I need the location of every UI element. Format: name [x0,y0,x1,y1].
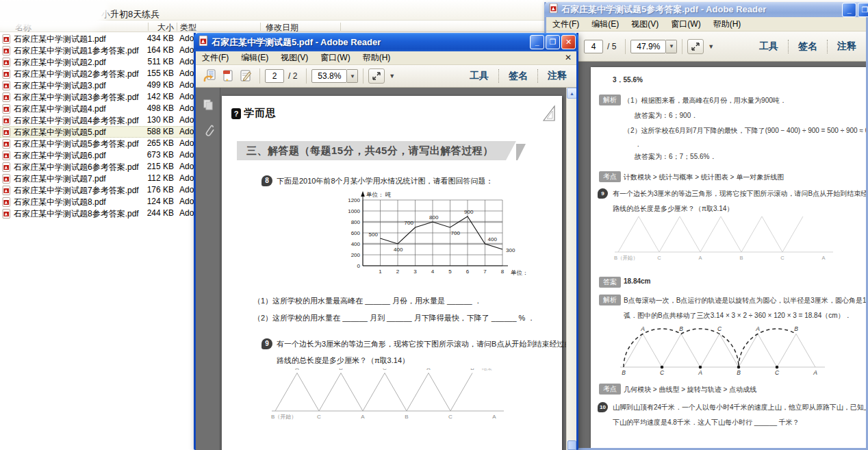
menu-item[interactable]: 文件(F) [196,52,235,64]
column-divider[interactable] [340,23,341,31]
file-row[interactable]: 石家庄某中学测试题2参考答案.pdf155 KBAdo [0,68,205,79]
file-size: 434 KB [144,34,174,43]
menu-item[interactable]: 窗口(W) [665,18,706,30]
tools-panel-button[interactable]: 工具 [460,70,498,82]
column-header-name[interactable]: 名称 [15,22,31,34]
close-button[interactable]: ✕ [561,35,576,49]
menu-item[interactable]: 编辑(E) [585,18,625,30]
svg-text:1200: 1200 [348,197,360,203]
svg-text:A: A [637,214,640,214]
svg-text:A: A [821,255,825,261]
page-total-label: / 5 [607,42,616,51]
svg-text:结束: 结束 [813,214,822,214]
zoom-level-input[interactable]: 47.9% [630,40,666,53]
svg-text:B（开始）: B（开始） [614,255,638,261]
menu-item[interactable]: 帮助(H) [357,52,397,64]
svg-text:结束: 结束 [481,368,492,371]
file-row[interactable]: 石家庄某中学测试题6参考答案.pdf215 KBAdo [0,161,205,173]
blurred-region [0,0,103,23]
comment-panel-button[interactable]: 注释 [828,40,866,53]
menu-item[interactable]: 视图(V) [625,18,665,30]
toolbar-more-button[interactable]: ▼ [389,73,395,79]
file-row[interactable]: 石家庄某中学测试题1.pdf434 KBAdo [0,33,205,45]
column-header-date[interactable]: 修改日期 [266,22,298,34]
file-size: 130 KB [144,115,174,125]
minimize-button[interactable]: _ [530,35,544,49]
menu-item[interactable]: 编辑(E) [235,52,275,64]
file-row[interactable]: 石家庄某中学测试题1参考答案.pdf164 KBAdo [0,45,205,56]
page-number-input[interactable]: 2 [265,69,284,83]
svg-text:C: C [317,414,321,420]
question-9-badge: 9 [598,188,608,199]
file-row[interactable]: 石家庄某中学测试题7.pdf112 KBAdo [0,173,205,184]
svg-text:8: 8 [501,268,505,275]
svg-text:400: 400 [394,247,403,253]
scrollbar-thumb[interactable] [567,440,576,450]
previous-view-icon[interactable] [201,68,219,84]
file-row[interactable]: 石家庄某中学测试题4.pdf498 KBAdo [0,103,205,114]
question-8-blank-2: （2）这所学校的用水量在 ______ 月到 ______ 月下降得最快，下降了… [253,313,535,323]
file-row[interactable]: 石家庄某中学测试题7参考答案.pdf176 KBAdo [0,184,205,196]
tools-panel-button[interactable]: 工具 [750,40,788,53]
file-row[interactable]: 石家庄某中学测试题8.pdf124 KBAdo [0,196,205,208]
column-divider[interactable] [260,23,261,31]
create-pdf-icon[interactable] [219,68,237,84]
svg-text:5: 5 [448,268,452,275]
file-size: 265 KB [144,138,174,148]
scroll-up-arrow[interactable]: ▲ [567,88,576,99]
file-row[interactable]: 石家庄某中学测试题3.pdf499 KBAdo [0,79,205,91]
keypoint-text: 计数模块 > 统计与概率 > 统计图表 > 单一对象折线图 [624,173,784,182]
menu-item[interactable]: 文件(F) [546,18,585,30]
file-row[interactable]: 石家庄某中学测试题6.pdf673 KBAdo [0,149,205,161]
zoom-level-input[interactable]: 53.8% [311,69,347,83]
file-row[interactable]: 石家庄某中学测试题3参考答案.pdf142 KBAdo [0,91,205,103]
column-header-size[interactable]: 大小 [149,22,174,34]
file-row[interactable]: 石家庄某中学测试题5参考答案.pdf265 KBAdo [0,138,205,149]
file-row[interactable]: 石家庄某中学测试题4参考答案.pdf130 KBAdo [0,114,205,126]
menu-item[interactable]: 窗口(W) [314,52,356,64]
file-name: 石家庄某中学测试题3.pdf [14,80,148,92]
title-bar[interactable]: 石家庄某中学测试题5.pdf - Adobe Reader _ ❐ ✕ [194,33,578,51]
sign-panel-button[interactable]: 签名 [499,70,537,82]
analysis-text: B点每滚动一次，B点运行的轨迹是以旋转点为圆心，以半径是3厘米，圆心角是120度… [624,296,866,305]
page-number-input[interactable]: 4 [584,40,603,53]
question-8-blank-1: （1）这所学校的用水量最高峰在 ______ 月份，用水量是 ______ ． [253,296,482,306]
column-divider[interactable] [177,23,177,31]
fit-page-button[interactable] [368,68,385,84]
title-bar[interactable]: 石家庄某中学测试题5参考答案.pdf - Adobe Reader _ ❐ [544,2,868,17]
svg-text:A: A [755,325,760,332]
svg-text:B: B [679,325,683,332]
attachments-paperclip-icon[interactable] [202,123,214,141]
page-thumbnails-icon[interactable] [202,99,214,114]
toolbar: 4 / 5 47.9% ▼ ▼ 工具 签名 注释 [546,32,866,62]
menu-item[interactable]: 帮助(H) [707,18,748,30]
maximize-button[interactable]: ❐ [858,3,868,17]
fit-page-button[interactable] [687,39,704,54]
svg-text:300: 300 [506,247,515,253]
svg-text:B: B [737,369,741,376]
toolbar-more-button[interactable]: ▼ [708,43,714,50]
file-row[interactable]: 石家庄某中学测试题5.pdf588 KBAdo [0,126,205,138]
pdf-file-icon [2,209,11,221]
breadcrumb[interactable]: 小升初8天练兵 [101,8,159,21]
svg-text:A: A [760,214,763,214]
svg-text:B: B [622,369,626,376]
column-header-type[interactable]: 类型 [180,22,196,34]
column-divider[interactable] [148,23,149,31]
file-row[interactable]: 石家庄某中学测试题8参考答案.pdf244 KBAdo [0,208,205,219]
sign-document-icon[interactable] [237,68,255,84]
vertical-scrollbar[interactable]: ▲ [566,88,576,450]
file-row[interactable]: 石家庄某中学测试题2.pdf511 KBAdo [0,56,205,68]
zoom-dropdown-button[interactable]: ▼ [347,69,358,83]
file-type: Ado [179,127,194,136]
zoom-dropdown-button[interactable]: ▼ [666,40,677,53]
minimize-button[interactable]: _ [842,3,856,17]
window-title: 石家庄某中学测试题5参考答案.pdf - Adobe Reader [561,3,842,16]
file-size: 176 KB [144,185,174,195]
maximize-button[interactable]: ❐ [546,35,560,49]
document-close-icon[interactable]: ✕ [565,53,572,62]
menu-item[interactable]: 视图(V) [275,52,314,64]
file-name: 石家庄某中学测试题2参考答案.pdf [14,68,148,80]
sign-panel-button[interactable]: 签名 [789,40,827,53]
comment-panel-button[interactable]: 注释 [538,70,576,82]
